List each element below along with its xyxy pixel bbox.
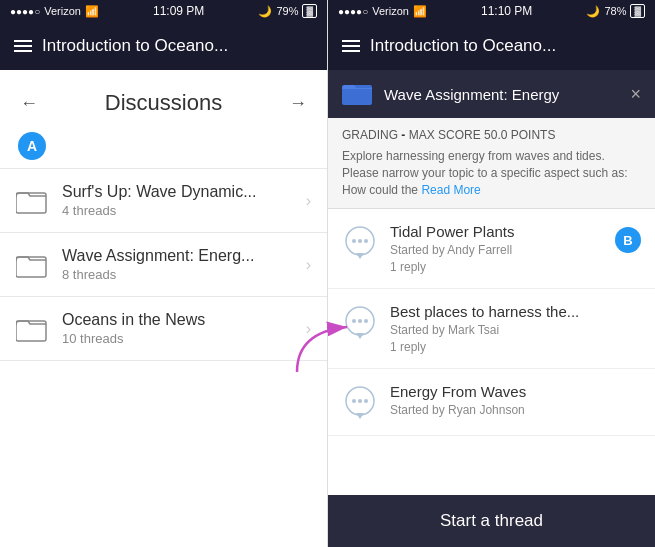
- discussions-content: ← Discussions → A Surf's Up: Wave Dynami…: [0, 70, 327, 547]
- chevron-right-2: ›: [306, 320, 311, 338]
- thread-info-0: Tidal Power Plants Started by Andy Farre…: [390, 223, 603, 274]
- svg-point-6: [352, 239, 356, 243]
- thread-replies-1: 1 reply: [390, 340, 641, 354]
- battery-left: 79%: [276, 5, 298, 17]
- folder-icon-highlight: [342, 80, 374, 108]
- svg-point-7: [358, 239, 362, 243]
- close-button[interactable]: ×: [630, 84, 641, 105]
- thread-started-2: Started by Ryan Johnson: [390, 403, 641, 417]
- discussion-name-1: Wave Assignment: Energ...: [62, 247, 292, 265]
- thread-name-1: Best places to harness the...: [390, 303, 641, 320]
- svg-point-16: [364, 399, 368, 403]
- wifi-icon-right: 📶: [413, 5, 427, 18]
- grading-label: GRADING - MAX SCORE 50.0 POINTS: [342, 128, 641, 142]
- discussion-threads-1: 8 threads: [62, 267, 292, 282]
- folder-icon-2: [16, 315, 48, 343]
- svg-point-11: [358, 319, 362, 323]
- svg-point-8: [364, 239, 368, 243]
- chevron-right-1: ›: [306, 256, 311, 274]
- svg-point-12: [364, 319, 368, 323]
- speech-bubble-icon-0: [342, 225, 378, 261]
- speech-bubble-icon-2: [342, 385, 378, 421]
- grading-bar: GRADING - MAX SCORE 50.0 POINTS Explore …: [328, 118, 655, 209]
- left-app-header: Introduction to Oceano...: [0, 22, 327, 70]
- thread-name-2: Energy From Waves: [390, 383, 641, 400]
- discussion-name-0: Surf's Up: Wave Dynamic...: [62, 183, 292, 201]
- discussion-item-1[interactable]: Wave Assignment: Energ... 8 threads ›: [0, 232, 327, 296]
- thread-item-0[interactable]: Tidal Power Plants Started by Andy Farre…: [328, 209, 655, 289]
- discussion-threads-0: 4 threads: [62, 203, 292, 218]
- folder-title: Wave Assignment: Energy: [384, 86, 620, 103]
- thread-info-2: Energy From Waves Started by Ryan Johnso…: [390, 383, 641, 417]
- svg-point-10: [352, 319, 356, 323]
- speech-bubble-icon-1: [342, 305, 378, 341]
- battery-right: 78%: [604, 5, 626, 17]
- grading-description: Explore harnessing energy from waves and…: [342, 148, 641, 198]
- thread-info-1: Best places to harness the... Started by…: [390, 303, 641, 354]
- hamburger-menu[interactable]: [14, 40, 32, 52]
- discussion-name-2: Oceans in the News: [62, 311, 292, 329]
- folder-icon-1: [16, 251, 48, 279]
- discussion-threads-2: 10 threads: [62, 331, 292, 346]
- hamburger-menu-right[interactable]: [342, 40, 360, 52]
- discussion-item-0[interactable]: Surf's Up: Wave Dynamic... 4 threads ›: [0, 168, 327, 232]
- right-status-bar: ●●●●○ Verizon 📶 11:10 PM 🌙 78% ▓: [328, 0, 655, 22]
- svg-point-14: [352, 399, 356, 403]
- signal-icon: ●●●●○: [10, 6, 40, 17]
- discussion-item-2[interactable]: Oceans in the News 10 threads ›: [0, 296, 327, 361]
- read-more-link[interactable]: Read More: [421, 183, 480, 197]
- left-app-title: Introduction to Oceano...: [42, 36, 228, 56]
- badge-a: A: [18, 132, 46, 160]
- moon-icon-right: 🌙: [586, 5, 600, 18]
- thread-item-2[interactable]: Energy From Waves Started by Ryan Johnso…: [328, 369, 655, 436]
- signal-icon-right: ●●●●○: [338, 6, 368, 17]
- folder-icon-0: [16, 187, 48, 215]
- chevron-right-0: ›: [306, 192, 311, 210]
- right-panel: ●●●●○ Verizon 📶 11:10 PM 🌙 78% ▓ Introdu…: [328, 0, 655, 547]
- carrier-right: Verizon: [372, 5, 409, 17]
- right-app-title: Introduction to Oceano...: [370, 36, 556, 56]
- thread-started-1: Started by Mark Tsai: [390, 323, 641, 337]
- thread-replies-0: 1 reply: [390, 260, 603, 274]
- thread-name-0: Tidal Power Plants: [390, 223, 603, 240]
- time-right: 11:10 PM: [481, 4, 532, 18]
- badge-b: B: [615, 227, 641, 253]
- threads-list: Tidal Power Plants Started by Andy Farre…: [328, 209, 655, 495]
- battery-icon-left: ▓: [302, 4, 317, 18]
- discussion-info-2: Oceans in the News 10 threads: [62, 311, 292, 346]
- discussion-info-1: Wave Assignment: Energ... 8 threads: [62, 247, 292, 282]
- nav-back-arrow[interactable]: ←: [20, 93, 38, 114]
- thread-item-1[interactable]: Best places to harness the... Started by…: [328, 289, 655, 369]
- left-status-bar: ●●●●○ Verizon 📶 11:09 PM 🌙 79% ▓: [0, 0, 327, 22]
- thread-started-0: Started by Andy Farrell: [390, 243, 603, 257]
- discussion-info-0: Surf's Up: Wave Dynamic... 4 threads: [62, 183, 292, 218]
- right-app-header: Introduction to Oceano...: [328, 22, 655, 70]
- battery-icon-right: ▓: [630, 4, 645, 18]
- start-thread-label: Start a thread: [440, 511, 543, 530]
- left-panel: ●●●●○ Verizon 📶 11:09 PM 🌙 79% ▓ Introdu…: [0, 0, 328, 547]
- folder-header: Wave Assignment: Energy ×: [328, 70, 655, 118]
- discussions-title: Discussions: [105, 90, 222, 116]
- time-left: 11:09 PM: [153, 4, 204, 18]
- carrier-left: Verizon: [44, 5, 81, 17]
- discussions-header: ← Discussions →: [0, 70, 327, 132]
- start-thread-bar[interactable]: Start a thread: [328, 495, 655, 547]
- svg-point-15: [358, 399, 362, 403]
- moon-icon-left: 🌙: [258, 5, 272, 18]
- nav-forward-arrow[interactable]: →: [289, 93, 307, 114]
- wifi-icon-left: 📶: [85, 5, 99, 18]
